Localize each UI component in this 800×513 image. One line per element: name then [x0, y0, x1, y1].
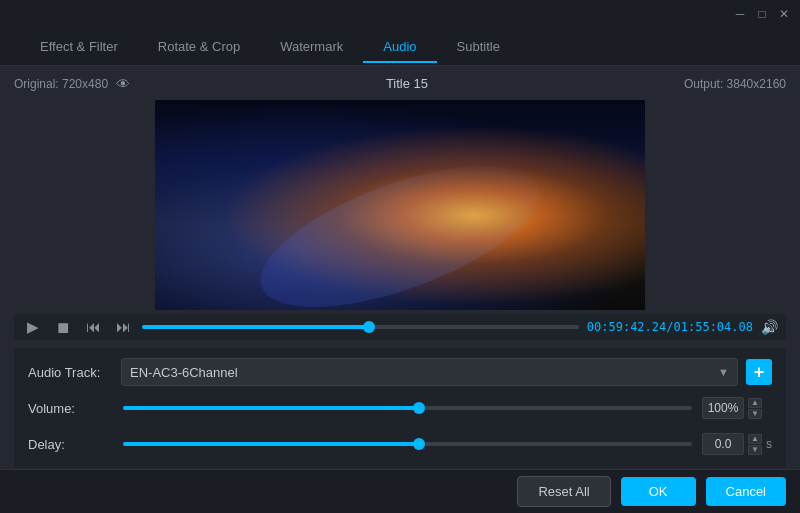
video-thumbnail: [155, 100, 645, 310]
volume-value: 100%: [702, 397, 744, 419]
audio-track-value: EN-AC3-6Channel: [130, 365, 238, 380]
audio-track-label: Audio Track:: [28, 365, 113, 380]
video-preview-container: [14, 100, 786, 310]
add-track-button[interactable]: +: [746, 359, 772, 385]
playback-controls: ▶ ◼ ⏮ ⏭ 00:59:42.24/01:55:04.08 🔊: [14, 314, 786, 340]
delay-row: Delay: 0.0 ▲ ▼ s: [28, 430, 772, 458]
maximize-button[interactable]: □: [754, 6, 770, 22]
dropdown-arrow-icon: ▼: [718, 366, 729, 378]
volume-down-button[interactable]: ▼: [748, 409, 762, 419]
time-display: 00:59:42.24/01:55:04.08: [587, 320, 753, 334]
tab-subtitle[interactable]: Subtitle: [437, 31, 520, 62]
volume-spinner: ▲ ▼: [748, 398, 762, 419]
tab-audio[interactable]: Audio: [363, 31, 436, 62]
titlebar: ─ □ ✕: [0, 0, 800, 28]
next-button[interactable]: ⏭: [112, 316, 134, 338]
audio-settings-panel: Audio Track: EN-AC3-6Channel ▼ + Volume:…: [14, 348, 786, 468]
tab-rotate-crop[interactable]: Rotate & Crop: [138, 31, 260, 62]
video-title: Title 15: [386, 76, 428, 91]
progress-thumb: [363, 321, 375, 333]
volume-up-button[interactable]: ▲: [748, 398, 762, 408]
delay-thumb: [413, 438, 425, 450]
ok-button[interactable]: OK: [621, 477, 696, 506]
video-info-row: Original: 720x480 👁 Title 15 Output: 384…: [14, 74, 786, 94]
output-resolution: Output: 3840x2160: [684, 77, 786, 91]
delay-value-box: 0.0 ▲ ▼ s: [702, 433, 772, 455]
delay-value: 0.0: [702, 433, 744, 455]
delay-fill: [123, 442, 419, 446]
volume-row: Volume: 100% ▲ ▼: [28, 394, 772, 422]
tab-watermark[interactable]: Watermark: [260, 31, 363, 62]
tab-effect-filter[interactable]: Effect & Filter: [20, 31, 138, 62]
progress-fill: [142, 325, 369, 329]
progress-bar[interactable]: [142, 325, 579, 329]
volume-label: Volume:: [28, 401, 113, 416]
original-resolution: Original: 720x480: [14, 77, 108, 91]
volume-fill: [123, 406, 419, 410]
audio-track-row: Audio Track: EN-AC3-6Channel ▼ +: [28, 358, 772, 386]
volume-slider[interactable]: [123, 406, 692, 410]
minimize-button[interactable]: ─: [732, 6, 748, 22]
volume-icon[interactable]: 🔊: [761, 319, 778, 335]
delay-unit: s: [766, 437, 772, 451]
delay-up-button[interactable]: ▲: [748, 434, 762, 444]
visibility-toggle-icon[interactable]: 👁: [116, 76, 130, 92]
audio-track-select[interactable]: EN-AC3-6Channel ▼: [121, 358, 738, 386]
reset-all-button[interactable]: Reset All: [517, 476, 610, 507]
delay-slider[interactable]: [123, 442, 692, 446]
video-frame: [155, 100, 645, 310]
tabs-bar: Effect & Filter Rotate & Crop Watermark …: [0, 28, 800, 66]
cancel-button[interactable]: Cancel: [706, 477, 786, 506]
delay-spinner: ▲ ▼: [748, 434, 762, 455]
prev-button[interactable]: ⏮: [82, 316, 104, 338]
stop-button[interactable]: ◼: [52, 316, 74, 338]
bottom-action-bar: Reset All OK Cancel: [0, 469, 800, 513]
main-panel: Original: 720x480 👁 Title 15 Output: 384…: [0, 66, 800, 513]
delay-down-button[interactable]: ▼: [748, 445, 762, 455]
close-button[interactable]: ✕: [776, 6, 792, 22]
volume-value-box: 100% ▲ ▼: [702, 397, 772, 419]
volume-thumb: [413, 402, 425, 414]
play-button[interactable]: ▶: [22, 316, 44, 338]
delay-label: Delay:: [28, 437, 113, 452]
